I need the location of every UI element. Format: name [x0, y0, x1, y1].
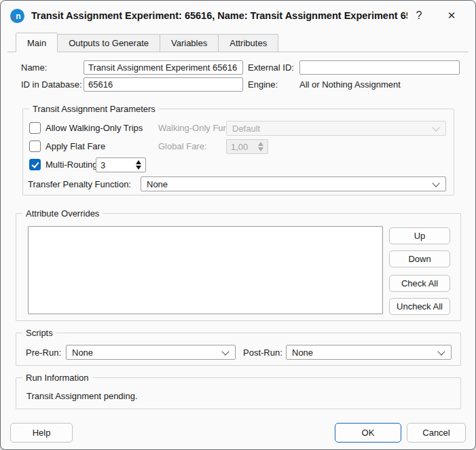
walking-only-function-value: Default	[232, 124, 260, 134]
global-fare-spinbox: 1,00	[226, 139, 268, 154]
attribute-overrides-list[interactable]	[28, 226, 383, 314]
cancel-button[interactable]: Cancel	[407, 423, 466, 443]
walking-only-function-dropdown: Default	[226, 121, 446, 136]
transfer-penalty-function-dropdown[interactable]: None	[141, 176, 446, 191]
id-in-database-label: ID in Database:	[21, 78, 82, 92]
app-logo-icon: n	[10, 9, 24, 23]
pre-run-value: None	[72, 348, 93, 358]
post-run-label: Post-Run:	[243, 346, 282, 360]
engine-value: All or Nothing Assignment	[299, 78, 401, 92]
transfer-penalty-function-value: None	[147, 179, 168, 189]
name-label: Name:	[21, 61, 47, 75]
down-button[interactable]: Down	[389, 250, 450, 267]
transit-assignment-parameters-title: Transit Assignment Parameters	[29, 103, 159, 115]
global-fare-value: 1,00	[227, 140, 254, 153]
ok-button[interactable]: OK	[335, 423, 401, 443]
global-fare-spin-arrows	[254, 140, 268, 153]
external-id-label: External ID:	[248, 61, 294, 75]
tab-attributes[interactable]: Attributes	[218, 34, 278, 52]
multi-routing-value: 3	[96, 158, 132, 172]
allow-walking-only-trips-label: Allow Walking-Only Trips	[45, 121, 143, 135]
close-icon[interactable]: ✕	[440, 5, 463, 26]
help-titlebar-button[interactable]: ?	[407, 5, 431, 26]
global-fare-label: Global Fare:	[158, 140, 207, 153]
attribute-overrides-title: Attribute Overrides	[22, 208, 103, 219]
chevron-down-icon	[221, 348, 229, 355]
chevron-down-icon	[432, 124, 439, 131]
scripts-title: Scripts	[22, 327, 56, 339]
svg-text:n: n	[16, 12, 20, 21]
apply-flat-fare-checkbox[interactable]	[29, 140, 41, 152]
up-button[interactable]: Up	[389, 227, 450, 244]
spin-up-icon[interactable]	[136, 160, 141, 164]
chevron-down-icon	[432, 179, 439, 187]
window-title: Transit Assignment Experiment: 65616, Na…	[31, 10, 407, 21]
id-in-database-input[interactable]	[84, 77, 243, 92]
transfer-penalty-function-label: Transfer Penalty Function:	[28, 178, 131, 191]
tab-bar: Main Outputs to Generate Variables Attri…	[7, 35, 469, 52]
tab-main[interactable]: Main	[16, 33, 58, 52]
pre-run-label: Pre-Run:	[26, 346, 61, 360]
multi-routing-spinbox[interactable]: 3	[96, 157, 146, 172]
post-run-value: None	[292, 348, 313, 358]
spin-up-icon	[258, 142, 263, 146]
uncheck-all-button[interactable]: Uncheck All	[389, 298, 450, 315]
run-status-text: Transit Assignment pending.	[26, 390, 138, 403]
name-input[interactable]	[84, 60, 243, 75]
allow-walking-only-trips-checkbox[interactable]	[29, 122, 41, 134]
tab-variables[interactable]: Variables	[160, 34, 219, 52]
run-information-title: Run Information	[22, 372, 92, 383]
multi-routing-checkbox[interactable]	[29, 159, 41, 170]
transit-assignment-experiment-dialog: n Transit Assignment Experiment: 65616, …	[0, 0, 476, 450]
external-id-input[interactable]	[299, 60, 460, 75]
title-bar: n Transit Assignment Experiment: 65616, …	[1, 1, 475, 31]
chevron-down-icon	[437, 348, 445, 355]
multi-routing-label: Multi-Routing	[45, 158, 98, 172]
help-button[interactable]: Help	[10, 423, 73, 443]
check-all-button[interactable]: Check All	[389, 275, 450, 292]
tab-outputs-to-generate[interactable]: Outputs to Generate	[57, 34, 160, 52]
post-run-dropdown[interactable]: None	[286, 345, 452, 360]
apply-flat-fare-label: Apply Flat Fare	[45, 140, 105, 153]
pre-run-dropdown[interactable]: None	[66, 345, 236, 360]
spin-down-icon	[258, 147, 263, 151]
spin-down-icon[interactable]	[136, 166, 141, 170]
engine-label: Engine:	[248, 78, 278, 92]
